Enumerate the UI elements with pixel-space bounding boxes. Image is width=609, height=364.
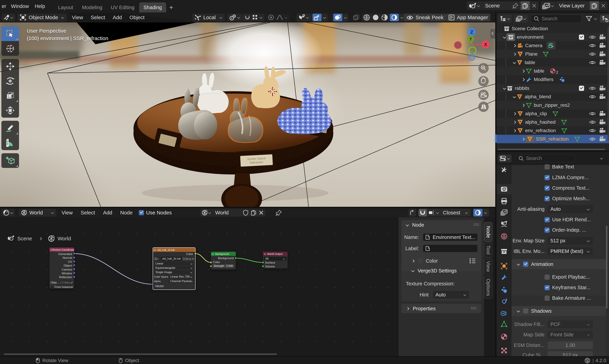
svg-text:Z: Z bbox=[470, 29, 473, 35]
svg-text:Refraction: Refraction bbox=[250, 160, 263, 165]
svg-text:Y: Y bbox=[469, 37, 472, 42]
svg-text:X: X bbox=[484, 42, 487, 47]
